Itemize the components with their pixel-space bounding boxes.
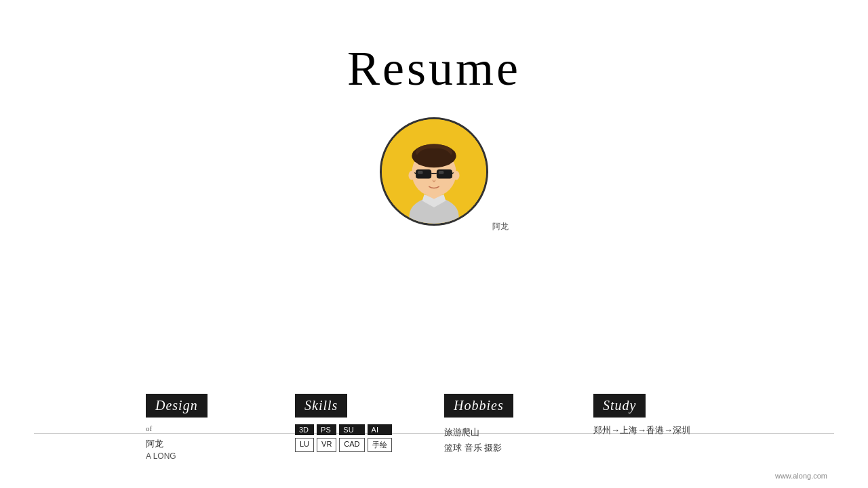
skill-ai: AI xyxy=(368,424,392,435)
hobbies-section: Hobbies 旅游爬山 篮球 音乐 摄影 xyxy=(434,394,583,461)
svg-point-14 xyxy=(453,171,460,180)
page-title: Resume xyxy=(0,41,868,97)
study-header: Study xyxy=(593,394,646,418)
svg-rect-10 xyxy=(439,171,444,174)
hobbies-line1: 旅游爬山 xyxy=(444,424,573,440)
design-section: Design of 阿龙 A LONG xyxy=(136,394,285,461)
skill-cad: CAD xyxy=(339,438,364,452)
skill-ps: PS xyxy=(317,424,336,435)
bottom-sections: Design of 阿龙 A LONG Skills 3D PS SU AI L… xyxy=(0,394,868,461)
design-header: Design xyxy=(146,394,208,418)
footer-url: www.along.com xyxy=(775,472,827,480)
hobbies-header: Hobbies xyxy=(444,394,513,418)
skill-su: SU xyxy=(339,424,364,435)
skills-header: Skills xyxy=(295,394,347,418)
design-name-zh: 阿龙 xyxy=(146,438,275,450)
skills-section: Skills 3D PS SU AI LU VR CAD 手绘 xyxy=(285,394,434,461)
skill-vr: VR xyxy=(317,438,336,452)
design-name-en: A LONG xyxy=(146,451,275,461)
avatar-container: 阿龙 xyxy=(0,117,868,226)
svg-point-13 xyxy=(408,171,415,180)
study-text: 郑州→上海→香港→深圳 xyxy=(593,424,722,436)
skill-lu: LU xyxy=(295,438,314,452)
study-section: Study 郑州→上海→香港→深圳 xyxy=(583,394,732,461)
svg-rect-6 xyxy=(416,169,431,178)
svg-rect-9 xyxy=(418,171,423,174)
hobbies-line2: 篮球 音乐 摄影 xyxy=(444,440,573,455)
svg-rect-7 xyxy=(437,169,452,178)
avatar xyxy=(380,117,488,226)
design-subtitle: of xyxy=(146,424,275,432)
skill-3d: 3D xyxy=(295,424,314,435)
avatar-signature: 阿龙 xyxy=(492,221,509,232)
skill-sketch: 手绘 xyxy=(368,438,392,452)
